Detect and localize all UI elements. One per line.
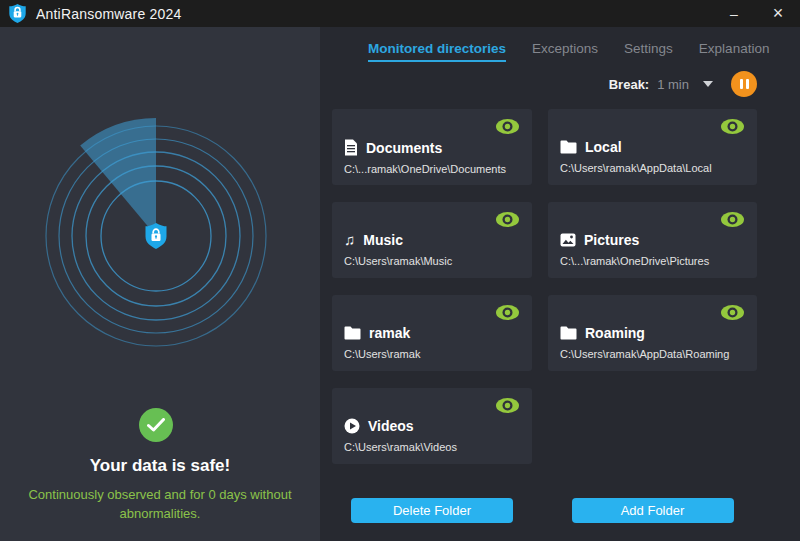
footer-actions: Delete Folder Add Folder <box>332 498 757 523</box>
video-play-icon <box>344 418 360 434</box>
directory-name: Roaming <box>585 325 645 341</box>
delete-folder-button[interactable]: Delete Folder <box>351 498 513 523</box>
main-content: Your data is safe! Continuously observed… <box>0 27 800 541</box>
check-circle-icon <box>139 408 173 442</box>
music-note-icon: ♫ <box>344 233 355 247</box>
directory-name: Local <box>585 139 622 155</box>
tab-monitored-directories[interactable]: Monitored directories <box>368 41 506 62</box>
eye-monitoring-icon[interactable] <box>495 211 520 228</box>
directory-name: Documents <box>366 140 442 156</box>
directory-card-documents[interactable]: Documents C:\...ramak\OneDrive\Documents <box>332 109 532 185</box>
tab-exceptions[interactable]: Exceptions <box>532 41 598 62</box>
directory-name: Videos <box>368 418 414 434</box>
add-folder-button[interactable]: Add Folder <box>572 498 734 523</box>
window-controls: – × <box>712 0 800 27</box>
chevron-down-icon[interactable] <box>703 81 713 87</box>
directory-card-ramak[interactable]: ramak C:\Users\ramak <box>332 295 532 371</box>
directory-path: C:\...\ramak\OneDrive\Pictures <box>560 255 745 267</box>
directory-path: C:\Users\ramak <box>344 348 520 360</box>
directory-path: C:\Users\ramak\AppData\Local <box>560 162 745 174</box>
directories-panel: Monitored directories Exceptions Setting… <box>320 27 800 541</box>
eye-monitoring-icon[interactable] <box>495 304 520 321</box>
tab-settings[interactable]: Settings <box>624 41 673 62</box>
directory-path: C:\Users\ramak\Music <box>344 255 520 267</box>
status-subtext: Continuously observed and for 0 days wit… <box>20 485 300 523</box>
eye-monitoring-icon[interactable] <box>495 118 520 135</box>
folder-icon <box>560 326 577 340</box>
titlebar: AntiRansomware 2024 – × <box>0 0 800 27</box>
close-button[interactable]: × <box>756 0 800 27</box>
directory-path: C:\Users\ramak\Videos <box>344 441 520 453</box>
directory-name: ramak <box>369 325 410 341</box>
window-title: AntiRansomware 2024 <box>36 6 181 22</box>
directory-path: C:\...ramak\OneDrive\Documents <box>344 163 520 175</box>
eye-monitoring-icon[interactable] <box>495 397 520 414</box>
tab-explanation[interactable]: Explanation <box>699 41 770 62</box>
eye-monitoring-icon[interactable] <box>720 211 745 228</box>
radar-sweep-wedge <box>80 118 156 236</box>
tab-bar: Monitored directories Exceptions Setting… <box>368 41 800 62</box>
directory-card-music[interactable]: ♫ Music C:\Users\ramak\Music <box>332 202 532 278</box>
status-panel: Your data is safe! Continuously observed… <box>0 27 320 541</box>
app-window: AntiRansomware 2024 – × <box>0 0 800 541</box>
directory-path: C:\Users\ramak\AppData\Roaming <box>560 348 745 360</box>
directory-card-local[interactable]: Local C:\Users\ramak\AppData\Local <box>548 109 757 185</box>
break-controls: Break: 1 min <box>332 71 757 97</box>
document-icon <box>344 139 358 156</box>
directory-name: Pictures <box>584 232 639 248</box>
minimize-button[interactable]: – <box>712 0 756 27</box>
folder-icon <box>560 140 577 154</box>
picture-icon <box>560 233 576 247</box>
break-duration-value[interactable]: 1 min <box>657 77 689 92</box>
break-label: Break: <box>609 77 649 92</box>
folder-icon <box>344 326 361 340</box>
directory-name: Music <box>363 232 403 248</box>
directory-card-pictures[interactable]: Pictures C:\...\ramak\OneDrive\Pictures <box>548 202 757 278</box>
directory-card-roaming[interactable]: Roaming C:\Users\ramak\AppData\Roaming <box>548 295 757 371</box>
pause-button[interactable] <box>731 71 757 97</box>
monitored-directories-grid: Documents C:\...ramak\OneDrive\Documents <box>332 109 757 464</box>
status-headline: Your data is safe! <box>0 456 320 476</box>
shield-lock-icon <box>146 223 167 249</box>
directory-card-videos[interactable]: Videos C:\Users\ramak\Videos <box>332 388 532 464</box>
eye-monitoring-icon[interactable] <box>720 304 745 321</box>
pause-icon <box>740 79 743 89</box>
eye-monitoring-icon[interactable] <box>720 118 745 135</box>
app-shield-lock-icon <box>8 3 27 24</box>
